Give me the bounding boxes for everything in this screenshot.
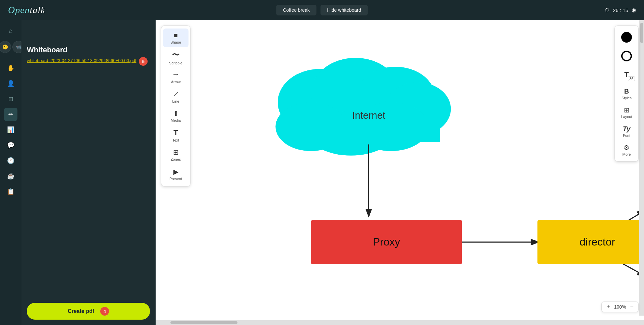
styles-tool[interactable]: B Styles [616,85,637,102]
line-label: Line [172,99,179,103]
line-icon: ─ [171,89,180,99]
settings-icon: ◉ [632,7,636,13]
left-panel: Whiteboard whiteboard_2023-04-27T06:50:1… [21,20,156,325]
scribble-tool[interactable]: 〜 Scribble [163,48,189,67]
sidebar-history[interactable]: 🕐 [4,154,17,167]
right-tools-panel: T 36 B Styles ⊞ Layout [614,25,639,162]
zones-label: Zones [171,157,181,161]
more-label: More [622,152,631,156]
main-area: ⌂ ✋ ⬛ 😐 📹 ··· ✕ ✋ 👤 ⊞ ✏ 📊 💬 🕐 ☕ 📋 Whiteb… [0,20,644,325]
scribble-label: Scribble [169,61,182,65]
sidebar-people[interactable]: 👤 [4,77,17,90]
svg-text:Proxy: Proxy [373,236,400,248]
hide-whiteboard-button[interactable]: Hide whiteboard [320,5,368,15]
font-size-tool[interactable]: T 36 [616,66,637,84]
whiteboard-container[interactable]: ■ Shape 〜 Scribble → Arrow ─ Line [156,20,644,320]
sidebar-reactions[interactable]: ✋ [4,61,17,75]
svg-text:director: director [580,236,615,248]
styles-B-icon: B [624,88,629,95]
font-tool[interactable]: Ty Font [616,122,637,140]
font-label: Font [623,133,630,138]
timer-display: 26 : 15 [613,7,628,13]
sidebar-chat[interactable]: 💬 [4,139,17,152]
present-icon: ▶ [173,168,178,176]
topbar-right: ⏱ 26 : 15 ◉ [604,7,636,13]
zoom-bar: + 100% − [601,302,639,312]
sidebar-coffee[interactable]: ☕ [4,169,17,183]
toolbar-face[interactable]: 😐 [0,41,11,53]
tools-panel: ■ Shape 〜 Scribble → Arrow ─ Line [161,25,191,186]
styles-label: Styles [622,96,632,100]
shape-icon: ■ [174,32,178,39]
arrow-label: Arrow [171,80,181,84]
text-icon: T [173,128,178,137]
media-label: Media [171,118,181,122]
stroke-color-tool[interactable] [616,47,637,65]
zoom-value: 100% [614,304,626,310]
scrollbar-horizontal-thumb[interactable] [170,321,237,324]
whiteboard[interactable]: ■ Shape 〜 Scribble → Arrow ─ Line [156,20,644,320]
svg-text:Internet: Internet [352,110,385,121]
clock-icon: ⏱ [604,7,609,13]
text-tool[interactable]: T Text [163,126,189,145]
sidebar-apps[interactable]: ⊞ [4,92,17,106]
font-size-number: 36 [628,76,635,81]
scrollbar-vertical-thumb[interactable] [640,23,643,43]
present-tool[interactable]: ▶ Present [163,165,189,183]
diagram-svg: Internet [156,20,644,320]
stroke-color-circle [621,51,632,61]
layout-icon: ⊞ [624,106,630,114]
sidebar: ⌂ ✋ ⬛ 😐 📹 ··· ✕ ✋ 👤 ⊞ ✏ 📊 💬 🕐 ☕ 📋 [0,20,21,325]
font-Ty-icon: Ty [623,125,631,133]
line-tool[interactable]: ─ Line [163,87,189,106]
media-tool[interactable]: ⬆ Media [163,106,189,125]
zoom-out-button[interactable]: − [630,304,634,310]
layout-label: Layout [621,115,632,119]
topbar-center-actions: Coffee break Hide whiteboard [276,5,368,15]
sidebar-notes[interactable]: 📋 [4,185,17,198]
fill-color-circle [621,32,632,43]
layout-tool[interactable]: ⊞ Layout [616,104,637,121]
cloud-group: Internet [275,58,451,156]
more-gear-icon: ⚙ [624,144,630,152]
scrollbar-vertical[interactable] [639,20,644,316]
panel-badge: 5 [139,57,148,66]
shape-label: Shape [170,40,181,44]
zones-icon: ⊞ [173,148,179,156]
zones-tool[interactable]: ⊞ Zones [163,145,189,164]
more-tool[interactable]: ⚙ More [616,141,637,159]
arrow-icon: → [172,70,179,79]
media-icon: ⬆ [173,109,179,117]
scrollbar-horizontal[interactable] [156,320,644,325]
zoom-in-button[interactable]: + [606,304,610,310]
create-pdf-badge: 4 [100,307,109,316]
present-label: Present [169,177,182,181]
shape-tool[interactable]: ■ Shape [163,29,189,47]
coffee-break-button[interactable]: Coffee break [276,5,316,15]
fill-color-tool[interactable] [616,29,637,46]
sidebar-item-home[interactable]: ⌂ [4,24,17,38]
topbar: Opentalk Coffee break Hide whiteboard ⏱ … [0,0,644,20]
sidebar-whiteboard[interactable]: ✏ [4,108,17,121]
panel-file-link[interactable]: whiteboard_2023-04-27T06:50:13.092948560… [27,58,136,63]
text-label: Text [172,138,179,142]
create-pdf-button[interactable]: Create pdf 4 [27,303,150,320]
whiteboard-wrapper: ■ Shape 〜 Scribble → Arrow ─ Line [156,20,644,325]
sidebar-chart[interactable]: 📊 [4,123,17,137]
panel-title: Whiteboard [27,46,150,54]
arrow-tool[interactable]: → Arrow [163,67,189,86]
app-logo: Opentalk [8,5,45,15]
scribble-icon: 〜 [172,50,179,60]
